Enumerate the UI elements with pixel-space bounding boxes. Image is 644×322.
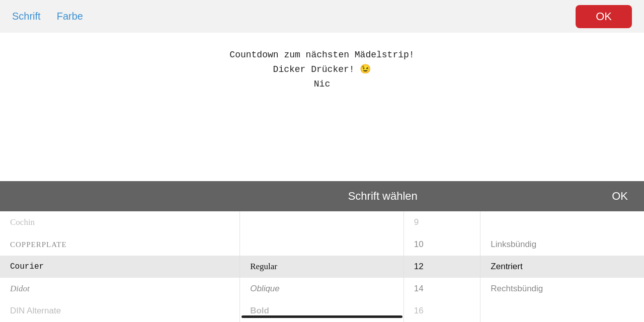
list-item[interactable] (480, 300, 644, 322)
font-link[interactable]: Schrift (12, 11, 41, 22)
list-item[interactable]: 16 (404, 300, 480, 322)
list-item[interactable]: 9 (404, 211, 480, 233)
list-item[interactable]: DIN Alternate (0, 300, 239, 322)
list-item[interactable]: Oblique (240, 278, 404, 300)
list-item[interactable]: 10 (404, 233, 480, 256)
list-item[interactable]: Cochin (0, 211, 239, 233)
list-item[interactable]: Copperplate (0, 233, 239, 256)
picker-header: Schrift wählen OK (0, 181, 644, 211)
ok-button-header[interactable]: OK (576, 5, 632, 28)
picker-title: Schrift wählen (153, 190, 612, 203)
picker-wrapper: Schrift wählen OK Cochin Copperplate Cou… (0, 181, 644, 322)
list-item[interactable]: Courier (0, 256, 239, 278)
list-item[interactable]: Zentriert (480, 256, 644, 278)
preview-area: Countdown zum nächsten Mädelstrip! Dicke… (0, 33, 644, 181)
scroll-indicator (242, 315, 403, 318)
list-item[interactable]: Linksbündig (480, 233, 644, 256)
alignment-column: Linksbündig Zentriert Rechtsbündig (480, 211, 644, 322)
list-item[interactable] (240, 233, 404, 256)
preview-text: Countdown zum nächsten Mädelstrip! Dicke… (229, 48, 414, 91)
list-item[interactable] (240, 211, 404, 233)
color-link[interactable]: Farbe (57, 11, 83, 22)
font-column: Cochin Copperplate Courier Didot DIN Alt… (0, 211, 240, 322)
list-item[interactable]: 12 (404, 256, 480, 278)
header: Schrift Farbe OK (0, 0, 644, 33)
size-column: 9 10 12 14 16 (404, 211, 481, 322)
list-item[interactable]: Didot (0, 278, 239, 300)
list-item[interactable]: 14 (404, 278, 480, 300)
list-item[interactable]: Regular (240, 256, 404, 278)
picker-body: Cochin Copperplate Courier Didot DIN Alt… (0, 211, 644, 322)
list-item[interactable] (480, 211, 644, 233)
style-column: Regular Oblique Bold (240, 211, 404, 322)
list-item[interactable]: Bold (240, 300, 404, 322)
list-item[interactable]: Rechtsbündig (480, 278, 644, 300)
ok-button-picker[interactable]: OK (612, 190, 628, 203)
header-left: Schrift Farbe (12, 11, 83, 22)
